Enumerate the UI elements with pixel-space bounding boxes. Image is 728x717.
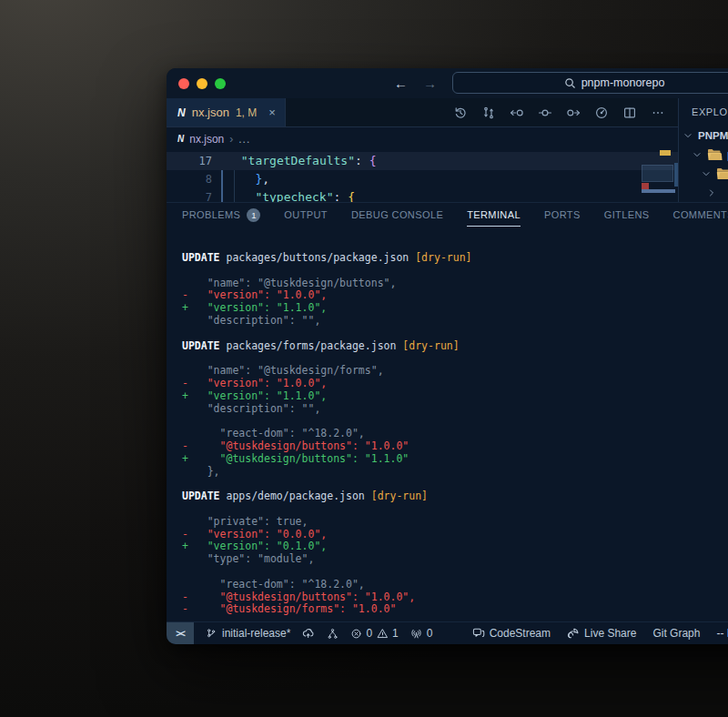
terminal-line: UPDATE apps/demo/package.json [dry-run] bbox=[182, 490, 728, 503]
terminal-line: "private": true, bbox=[182, 516, 728, 529]
gutter-modified-indicator bbox=[221, 170, 223, 188]
minimap[interactable] bbox=[640, 150, 675, 202]
terminal-line: }, bbox=[182, 466, 728, 479]
status-label: -- NORMAL -- bbox=[716, 627, 728, 640]
panel-tab-label: COMMENTS bbox=[673, 203, 728, 227]
terminal-line: - "version": "1.0.0", bbox=[182, 378, 728, 390]
open-change-icon[interactable] bbox=[538, 106, 552, 120]
terminal-line: - "version": "0.0.0", bbox=[182, 529, 728, 541]
breadcrumb-file[interactable]: nx.json bbox=[189, 133, 224, 146]
remote-indicator[interactable]: >< bbox=[167, 622, 194, 644]
vim-mode[interactable]: -- NORMAL -- bbox=[716, 627, 728, 640]
code-text: "targetDefaults": { bbox=[234, 152, 377, 170]
code-line: 17"targetDefaults": { bbox=[167, 152, 678, 170]
terminal-line: - "@tuskdesign/forms": "1.0.0" bbox=[182, 603, 728, 616]
explorer-sidebar: EXPLORER PNPM-MONOREPOpackagesbuttons bbox=[678, 98, 728, 202]
previous-change-icon[interactable] bbox=[510, 106, 524, 120]
next-change-icon[interactable] bbox=[566, 106, 581, 120]
editor-actions-toolbar bbox=[453, 98, 665, 127]
terminal-output[interactable]: UPDATE packages/buttons/package.json [dr… bbox=[167, 227, 728, 621]
panel-tab-label: GITLENS bbox=[604, 203, 650, 227]
vscode-window: ← → pnpm-monorepo N nx.json 1, M × bbox=[167, 68, 728, 644]
compare-changes-icon[interactable] bbox=[481, 106, 496, 120]
timeline-icon[interactable] bbox=[453, 106, 468, 120]
publish-changes[interactable] bbox=[302, 627, 315, 640]
folder-buttons[interactable]: buttons bbox=[679, 164, 728, 183]
panel-tab-label: TERMINAL bbox=[467, 203, 521, 227]
folder-open-icon bbox=[716, 167, 728, 180]
fork-icon bbox=[327, 628, 339, 640]
error-part: 0 bbox=[350, 627, 372, 640]
panel-tab-gitlens[interactable]: GITLENS bbox=[604, 203, 650, 227]
code-text: }, bbox=[234, 170, 269, 188]
terminal-line: UPDATE packages/buttons/package.json [dr… bbox=[182, 252, 728, 265]
branch-icon bbox=[206, 628, 217, 640]
tab-nx-json[interactable]: N nx.json 1, M × bbox=[167, 98, 286, 126]
liveshare-icon bbox=[567, 627, 580, 640]
chevron-right-icon bbox=[706, 187, 717, 198]
panel-tab-bar: PROBLEMS1OUTPUTDEBUG CONSOLETERMINALPORT… bbox=[167, 203, 728, 227]
terminal-line: + "@tuskdesign/buttons": "1.1.0" bbox=[182, 453, 728, 466]
navigate-back-button[interactable]: ← bbox=[394, 76, 408, 91]
terminal-line: "react-dom": "^18.2.0", bbox=[182, 428, 728, 440]
terminal-line bbox=[182, 328, 728, 340]
split-editor-icon[interactable] bbox=[622, 106, 637, 120]
status-label: Git Graph bbox=[652, 627, 700, 640]
panel-tab-label: PORTS bbox=[544, 203, 581, 227]
chevron-down-icon bbox=[682, 130, 693, 141]
terminal-line bbox=[182, 478, 728, 490]
code-text: "typecheck": { bbox=[234, 188, 355, 202]
navigate-forward-button[interactable]: → bbox=[423, 76, 437, 91]
warning-icon bbox=[377, 628, 389, 640]
terminal-line: "name": "@tuskdesign/buttons", bbox=[182, 278, 728, 290]
close-window-button[interactable] bbox=[178, 78, 189, 89]
panel-tab-output[interactable]: OUTPUT bbox=[284, 203, 328, 227]
zoom-window-button[interactable] bbox=[215, 78, 226, 89]
editor-tab-bar: N nx.json 1, M × bbox=[167, 98, 678, 127]
live-share[interactable]: Live Share bbox=[567, 627, 636, 640]
close-tab-icon[interactable]: × bbox=[268, 106, 276, 119]
more-actions-icon[interactable] bbox=[651, 106, 665, 120]
minimap-slider[interactable] bbox=[642, 165, 673, 182]
problems-count-badge: 1 bbox=[247, 208, 260, 222]
run-task-icon[interactable] bbox=[594, 106, 609, 120]
workspace-root[interactable]: PNPM-MONOREPO bbox=[679, 126, 728, 145]
terminal-line: - "version": "1.0.0", bbox=[182, 289, 728, 302]
terminal-line bbox=[182, 352, 728, 365]
minimize-window-button[interactable] bbox=[197, 78, 207, 89]
panel-tab-ports[interactable]: PORTS bbox=[544, 203, 581, 227]
panel-tab-debug-console[interactable]: DEBUG CONSOLE bbox=[351, 203, 443, 227]
minimap-scrollbar-mark bbox=[642, 189, 675, 193]
panel-tab-problems[interactable]: PROBLEMS1 bbox=[182, 203, 260, 227]
search-icon bbox=[564, 77, 576, 89]
terminal-line: "type": "module", bbox=[182, 553, 728, 566]
folder-packages[interactable]: packages bbox=[679, 145, 728, 164]
problems-status[interactable]: 01 bbox=[350, 627, 398, 640]
warning-part: 1 bbox=[377, 627, 399, 640]
file-tree: PNPM-MONOREPOpackagesbuttons bbox=[679, 126, 728, 202]
git-compare[interactable] bbox=[327, 628, 339, 640]
tree-row-partial[interactable] bbox=[679, 183, 728, 202]
ports-forwarded[interactable]: 0 bbox=[410, 627, 433, 640]
panel-tab-comments[interactable]: COMMENTS bbox=[673, 203, 728, 227]
status-label: 0 bbox=[427, 627, 433, 640]
status-label: CodeStream bbox=[490, 627, 551, 640]
git-graph[interactable]: Git Graph bbox=[652, 627, 700, 640]
chevron-down-icon bbox=[701, 168, 712, 179]
git-branch[interactable]: initial-release* bbox=[206, 627, 290, 640]
breadcrumb-more[interactable]: ... bbox=[238, 133, 250, 146]
breadcrumb[interactable]: N nx.json › ... bbox=[167, 127, 678, 150]
folder-open-icon bbox=[707, 148, 723, 161]
terminal-line bbox=[182, 503, 728, 516]
codestream[interactable]: CodeStream bbox=[472, 627, 551, 640]
status-label: initial-release* bbox=[222, 627, 290, 640]
count-label: 0 bbox=[366, 627, 372, 640]
window-controls bbox=[178, 78, 226, 89]
bottom-panel: PROBLEMS1OUTPUTDEBUG CONSOLETERMINALPORT… bbox=[167, 202, 728, 621]
tree-label: PNPM-MONOREPO bbox=[698, 130, 728, 141]
panel-tab-terminal[interactable]: TERMINAL bbox=[467, 203, 521, 227]
code-line: 7"typecheck": { bbox=[167, 188, 678, 202]
line-number: 8 bbox=[167, 170, 212, 188]
code-editor[interactable]: 17"targetDefaults": {8},7"typecheck": { bbox=[167, 150, 678, 202]
command-center-search[interactable]: pnpm-monorepo bbox=[452, 72, 728, 94]
